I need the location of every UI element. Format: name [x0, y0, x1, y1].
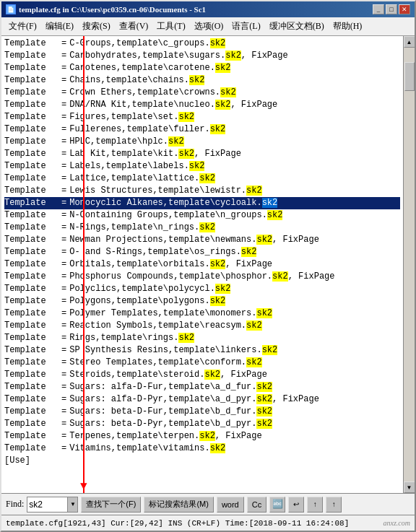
- line-key: Template: [4, 111, 58, 123]
- scroll-up-button[interactable]: ▲: [404, 36, 415, 48]
- content-area: Template = C-Groups,template\c_groups.sk…: [1, 36, 415, 493]
- line-key: Template: [4, 38, 58, 50]
- line-eq: =: [61, 442, 66, 455]
- line-key: Template: [4, 185, 58, 197]
- line-key: Template: [4, 381, 58, 393]
- menu-tools[interactable]: 工具(T): [152, 19, 189, 34]
- table-row: Template = Sugars: beta-D-Fur,template\b…: [4, 406, 400, 418]
- line-val: Monocyclic Alkanes,template\cycloalk.sk2: [69, 197, 277, 209]
- find-icon-3[interactable]: ↑: [307, 497, 323, 513]
- title-bar: 📄 template.cfg in C:\Users\pc0359.cn-06\…: [1, 1, 415, 17]
- table-row: Template = Polymer Templates,template\mo…: [4, 308, 400, 320]
- line-val: Rings,template\rings.sk2: [69, 332, 194, 344]
- menu-options[interactable]: 选项(O): [190, 19, 228, 34]
- line-val: Polygons,template\polygons.sk2: [69, 295, 225, 308]
- word-button[interactable]: word: [217, 497, 244, 513]
- watermark: anxz.com: [384, 519, 411, 527]
- line-val: Vitamins,template\vitamins.sk2: [69, 442, 225, 455]
- line-eq: =: [61, 197, 66, 209]
- line-key: Template: [4, 99, 58, 111]
- mark-results-button[interactable]: 标记搜索结果(M): [144, 497, 214, 513]
- line-eq: =: [61, 258, 66, 271]
- menu-edit[interactable]: 编辑(E): [41, 19, 78, 34]
- menu-language[interactable]: 语言(L): [228, 19, 264, 34]
- line-key: Template: [4, 209, 58, 222]
- window-title: template.cfg in C:\Users\pc0359.cn-06\Do…: [19, 5, 206, 14]
- case-button[interactable]: Cc: [247, 497, 266, 513]
- status-bar: template.cfg[1921,43] Cur:[29,42] INS (C…: [1, 515, 415, 531]
- line-eq: =: [61, 38, 66, 50]
- line-eq: =: [61, 357, 66, 369]
- line-eq: =: [61, 320, 66, 332]
- line-val: Carbohydrates,template\sugars.sk2, FixPa…: [69, 50, 287, 62]
- table-row: Template = Carbohydrates,template\sugars…: [4, 50, 400, 62]
- line-eq: =: [61, 393, 66, 406]
- table-row: Template = C-Groups,template\c_groups.sk…: [4, 38, 400, 50]
- line-eq: =: [61, 283, 66, 295]
- scroll-thumb[interactable]: [404, 62, 415, 91]
- find-input-wrapper: ▼: [27, 497, 78, 513]
- table-row: Template = Figures,template\set.sk2: [4, 111, 400, 123]
- table-row: Template = Sugars: alfa-D-Pyr,template\a…: [4, 393, 400, 406]
- line-eq: =: [61, 308, 66, 320]
- line-key: Template: [4, 295, 58, 308]
- line-key: Template: [4, 222, 58, 234]
- find-icon-4[interactable]: ↑: [326, 497, 342, 513]
- line-key: Template: [4, 136, 58, 148]
- find-next-button[interactable]: 查找下一个(F): [81, 497, 141, 513]
- maximize-button[interactable]: □: [386, 4, 397, 14]
- find-icon-2[interactable]: ↩: [288, 497, 304, 513]
- line-key: Template: [4, 148, 58, 160]
- line-val: Reaction Symbols,template\reacsym.sk2: [69, 320, 261, 332]
- line-key: Template: [4, 320, 58, 332]
- title-bar-left: 📄 template.cfg in C:\Users\pc0359.cn-06\…: [6, 4, 206, 14]
- line-val: Sugars: alfa-D-Pyr,template\a_d_pyr.sk2,…: [69, 393, 319, 406]
- close-button[interactable]: ✕: [399, 4, 410, 14]
- menu-help[interactable]: 帮助(H): [329, 19, 367, 34]
- line-val: C-Groups,template\c_groups.sk2: [69, 38, 225, 50]
- line-eq: =: [61, 111, 66, 123]
- scroll-track[interactable]: [404, 48, 415, 481]
- table-row: [Use]: [4, 455, 400, 467]
- line-key: Template: [4, 123, 58, 136]
- line-eq: =: [61, 123, 66, 136]
- table-row: Template = HPLC,template\hplc.sk2: [4, 136, 400, 148]
- find-bar: Find: ▼ 查找下一个(F) 标记搜索结果(M) word Cc 🔤 ↩ ↑…: [1, 493, 415, 515]
- line-val: Lattice,template\lattice.sk2: [69, 173, 215, 185]
- find-input[interactable]: [27, 497, 67, 512]
- line-key: Template: [4, 393, 58, 406]
- table-row: Template = Labels,template\labels.sk2: [4, 160, 400, 173]
- scroll-down-button[interactable]: ▼: [404, 481, 415, 493]
- line-eq: =: [61, 99, 66, 111]
- line-eq: =: [61, 160, 66, 173]
- line-eq: =: [61, 246, 66, 258]
- line-eq: =: [61, 50, 66, 62]
- line-key: Template: [4, 74, 58, 87]
- table-row: Template = Carotenes,template\carotene.s…: [4, 62, 400, 74]
- minimize-button[interactable]: _: [373, 4, 384, 14]
- find-icon-1[interactable]: 🔤: [269, 497, 285, 513]
- table-row: Template = Polyclics,template\polycycl.s…: [4, 283, 400, 295]
- line-key: Template: [4, 258, 58, 271]
- table-row: Template = O- and S-Rings,template\os_ri…: [4, 246, 400, 258]
- table-row: Template = Chains,template\chains.sk2: [4, 74, 400, 87]
- line-eq: =: [61, 271, 66, 283]
- menu-buffer[interactable]: 缓冲区文档(B): [265, 19, 329, 34]
- menu-file[interactable]: 文件(F): [4, 19, 41, 34]
- menu-view[interactable]: 查看(V): [115, 19, 153, 34]
- line-key: Template: [4, 369, 58, 381]
- table-row: Template = Sugars: beta-D-Pyr,template\b…: [4, 418, 400, 430]
- text-editor[interactable]: Template = C-Groups,template\c_groups.sk…: [1, 36, 403, 493]
- line-val: Newman Projections,template\newmans.sk2,…: [69, 234, 319, 246]
- menu-search[interactable]: 搜索(S): [78, 19, 115, 34]
- table-row: Template = Lattice,template\lattice.sk2: [4, 173, 400, 185]
- table-row: Template = Lab Kit,template\kit.sk2, Fix…: [4, 148, 400, 160]
- table-row: Template = Steroids,template\steroid.sk2…: [4, 369, 400, 381]
- table-row: Template = Crown Ethers,template\crowns.…: [4, 87, 400, 99]
- line-key: Template: [4, 332, 58, 344]
- table-row: Template = Phosphorus Compounds,template…: [4, 271, 400, 283]
- line-eq: =: [61, 222, 66, 234]
- line-eq: =: [61, 185, 66, 197]
- line-val: Lewis Structures,template\lewistr.sk2: [69, 185, 261, 197]
- find-dropdown-button[interactable]: ▼: [67, 497, 77, 512]
